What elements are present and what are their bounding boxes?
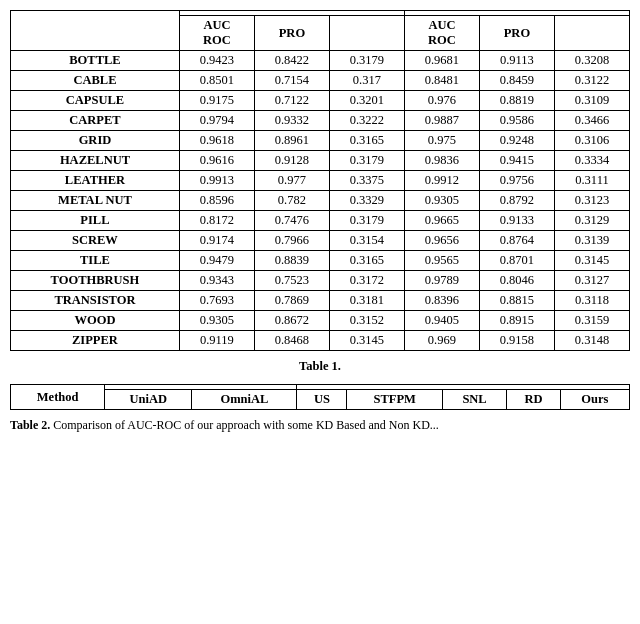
stfpm-latency-header <box>329 16 404 51</box>
data-cell: 0.3154 <box>329 231 404 251</box>
data-cell: 0.9913 <box>179 171 254 191</box>
data-cell: 0.977 <box>254 171 329 191</box>
data-cell: 0.7154 <box>254 71 329 91</box>
stfpm-pro-header: PRO <box>254 16 329 51</box>
data-cell: 0.8839 <box>254 251 329 271</box>
data-cell: 0.3329 <box>329 191 404 211</box>
data-cell: 0.3201 <box>329 91 404 111</box>
category-cell: METAL NUT <box>11 191 180 211</box>
data-cell: 0.9794 <box>179 111 254 131</box>
category-cell: WOOD <box>11 311 180 331</box>
table-row: LEATHER0.99130.9770.33750.99120.97560.31… <box>11 171 630 191</box>
data-cell: 0.3179 <box>329 51 404 71</box>
category-cell: ZIPPER <box>11 331 180 351</box>
data-cell: 0.3145 <box>329 331 404 351</box>
data-cell: 0.8815 <box>479 291 554 311</box>
uniad-header: UniAD <box>105 390 192 410</box>
data-cell: 0.9756 <box>479 171 554 191</box>
data-cell: 0.8672 <box>254 311 329 331</box>
category-cell: HAZELNUT <box>11 151 180 171</box>
data-cell: 0.3139 <box>554 231 629 251</box>
table-row: CAPSULE0.91750.71220.32010.9760.88190.31… <box>11 91 630 111</box>
data-cell: 0.8459 <box>479 71 554 91</box>
table-row: METAL NUT0.85960.7820.33290.93050.87920.… <box>11 191 630 211</box>
category-cell: BOTTLE <box>11 51 180 71</box>
data-cell: 0.8792 <box>479 191 554 211</box>
category-cell: TRANSISTOR <box>11 291 180 311</box>
data-cell: 0.9616 <box>179 151 254 171</box>
data-cell: 0.9113 <box>479 51 554 71</box>
table-row: BOTTLE0.94230.84220.31790.96810.91130.32… <box>11 51 630 71</box>
category-cell: LEATHER <box>11 171 180 191</box>
rd-header: RD <box>507 390 561 410</box>
data-cell: 0.3179 <box>329 211 404 231</box>
data-cell: 0.9405 <box>404 311 479 331</box>
data-cell: 0.8422 <box>254 51 329 71</box>
data-cell: 0.7966 <box>254 231 329 251</box>
stfpm-header: STFPM <box>347 390 442 410</box>
table-row: HAZELNUT0.96160.91280.31790.98360.94150.… <box>11 151 630 171</box>
data-cell: 0.3145 <box>554 251 629 271</box>
data-cell: 0.8481 <box>404 71 479 91</box>
data-cell: 0.8046 <box>479 271 554 291</box>
data-cell: 0.8172 <box>179 211 254 231</box>
table-row: CABLE0.85010.71540.3170.84810.84590.3122 <box>11 71 630 91</box>
data-cell: 0.9565 <box>404 251 479 271</box>
data-cell: 0.7523 <box>254 271 329 291</box>
data-cell: 0.3111 <box>554 171 629 191</box>
ours-header: Ours <box>560 390 629 410</box>
data-cell: 0.9158 <box>479 331 554 351</box>
table-row: PILL0.81720.74760.31790.96650.91330.3129 <box>11 211 630 231</box>
data-cell: 0.3179 <box>329 151 404 171</box>
ours-aucroc-header: AUCROC <box>404 16 479 51</box>
data-cell: 0.9415 <box>479 151 554 171</box>
category-cell: PILL <box>11 211 180 231</box>
data-cell: 0.8468 <box>254 331 329 351</box>
data-cell: 0.7693 <box>179 291 254 311</box>
table-row: TOOTHBRUSH0.93430.75230.31720.97890.8046… <box>11 271 630 291</box>
data-cell: 0.8701 <box>479 251 554 271</box>
snl-header: SNL <box>442 390 506 410</box>
data-cell: 0.3148 <box>554 331 629 351</box>
data-cell: 0.3165 <box>329 251 404 271</box>
data-cell: 0.3208 <box>554 51 629 71</box>
data-cell: 0.9681 <box>404 51 479 71</box>
category-cell: CAPSULE <box>11 91 180 111</box>
data-cell: 0.976 <box>404 91 479 111</box>
data-cell: 0.3466 <box>554 111 629 131</box>
data-cell: 0.9128 <box>254 151 329 171</box>
data-cell: 0.3122 <box>554 71 629 91</box>
data-cell: 0.9305 <box>404 191 479 211</box>
data-cell: 0.8961 <box>254 131 329 151</box>
data-cell: 0.9119 <box>179 331 254 351</box>
data-cell: 0.9248 <box>479 131 554 151</box>
data-cell: 0.9343 <box>179 271 254 291</box>
method-header: Method <box>11 385 105 410</box>
category-cell: TOOTHBRUSH <box>11 271 180 291</box>
data-cell: 0.3181 <box>329 291 404 311</box>
data-cell: 0.8596 <box>179 191 254 211</box>
table-row: ZIPPER0.91190.84680.31450.9690.91580.314… <box>11 331 630 351</box>
data-cell: 0.3123 <box>554 191 629 211</box>
data-cell: 0.9586 <box>479 111 554 131</box>
data-cell: 0.8501 <box>179 71 254 91</box>
data-cell: 0.9423 <box>179 51 254 71</box>
data-cell: 0.8764 <box>479 231 554 251</box>
data-cell: 0.7476 <box>254 211 329 231</box>
data-cell: 0.9618 <box>179 131 254 151</box>
category-cell: GRID <box>11 131 180 151</box>
table-row: GRID0.96180.89610.31650.9750.92480.3106 <box>11 131 630 151</box>
data-cell: 0.7869 <box>254 291 329 311</box>
stfpm-aucroc-header: AUCROC <box>179 16 254 51</box>
data-cell: 0.9305 <box>179 311 254 331</box>
data-cell: 0.975 <box>404 131 479 151</box>
data-cell: 0.9789 <box>404 271 479 291</box>
data-cell: 0.3375 <box>329 171 404 191</box>
category-cell: SCREW <box>11 231 180 251</box>
data-cell: 0.782 <box>254 191 329 211</box>
data-cell: 0.9332 <box>254 111 329 131</box>
data-cell: 0.3109 <box>554 91 629 111</box>
omnial-header: OmniAL <box>192 390 297 410</box>
category-header <box>11 11 180 51</box>
data-cell: 0.3129 <box>554 211 629 231</box>
